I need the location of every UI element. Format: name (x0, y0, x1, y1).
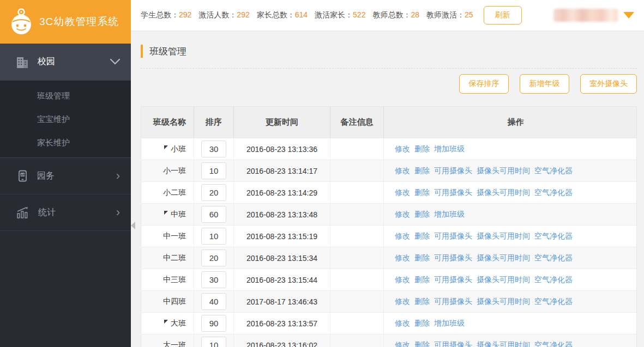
chevron-right-icon: › (116, 208, 120, 217)
class-name-text: 小班 (171, 144, 186, 154)
action-link[interactable]: 删除 (414, 275, 430, 285)
sort-order-input[interactable] (201, 228, 226, 245)
sort-order-input[interactable] (201, 249, 226, 266)
action-link[interactable]: 增加班级 (434, 319, 465, 328)
action-link[interactable]: 删除 (414, 166, 430, 176)
action-link[interactable]: 摄像头可用时间 (477, 253, 530, 263)
sort-cell (194, 204, 234, 225)
sidebar-group-statistics[interactable]: 统计 › (0, 194, 131, 231)
action-link[interactable]: 摄像头可用时间 (477, 166, 530, 176)
class-name-text: 中四班 (163, 297, 186, 307)
sidebar-collapse-icon[interactable] (131, 222, 135, 229)
topbar: 学生总数：292激活人数：292家长总数：614激活家长：522教师总数：28教… (131, 0, 644, 32)
stat-label: 学生总数： (141, 10, 179, 19)
sort-order-input[interactable] (201, 206, 226, 223)
action-link[interactable]: 空气净化器 (534, 253, 573, 263)
class-name-cell: 中四班 (141, 291, 194, 312)
action-link[interactable]: 删除 (414, 144, 430, 154)
sort-order-input[interactable] (201, 141, 226, 157)
page-action-button[interactable]: 新增年级 (520, 74, 569, 94)
action-link[interactable]: 空气净化器 (534, 232, 573, 241)
action-link[interactable]: 删除 (414, 210, 430, 220)
action-link[interactable]: 可用摄像头 (434, 188, 472, 198)
stat-label: 家长总数： (257, 10, 295, 19)
page-action-button[interactable]: 保存排序 (459, 74, 509, 94)
action-link[interactable]: 修改 (395, 319, 410, 328)
table-row: 中二班2016-08-23 13:15:34修改删除可用摄像头摄像头可用时间空气… (141, 247, 636, 269)
class-name-cell: 中三班 (141, 269, 194, 290)
sidebar-group-affairs[interactable]: APP 园务 › (0, 158, 131, 194)
action-link[interactable]: 可用摄像头 (434, 340, 472, 347)
sort-order-input[interactable] (201, 315, 226, 332)
page-action-button[interactable]: 室外摄像头 (580, 74, 637, 94)
action-link[interactable]: 修改 (395, 297, 410, 307)
sort-order-input[interactable] (201, 184, 226, 201)
refresh-button[interactable]: 刷新 (484, 6, 522, 25)
action-link[interactable]: 修改 (395, 253, 410, 263)
expand-marker-icon[interactable] (164, 145, 168, 149)
action-link[interactable]: 删除 (414, 188, 430, 198)
actions-cell: 修改删除增加班级 (384, 313, 636, 334)
action-link[interactable]: 修改 (395, 188, 410, 198)
username-redacted (553, 9, 618, 22)
action-link[interactable]: 修改 (395, 210, 410, 220)
sort-order-input[interactable] (201, 293, 226, 310)
sort-cell (194, 247, 234, 269)
actions-cell: 修改删除可用摄像头摄像头可用时间空气净化器 (384, 160, 636, 181)
action-link[interactable]: 删除 (414, 232, 430, 241)
action-link[interactable]: 删除 (414, 319, 430, 328)
expand-marker-icon[interactable] (164, 211, 168, 215)
stat-label: 激活人数： (198, 10, 237, 19)
action-link[interactable]: 可用摄像头 (434, 253, 472, 263)
action-link[interactable]: 可用摄像头 (434, 232, 472, 241)
action-link[interactable]: 删除 (414, 340, 430, 347)
action-link[interactable]: 空气净化器 (534, 297, 573, 307)
action-link[interactable]: 可用摄像头 (434, 297, 472, 307)
stat-value: 522 (353, 10, 365, 19)
stat-label: 教师总数： (372, 10, 411, 19)
action-link[interactable]: 修改 (395, 275, 410, 285)
app-title: 3C幼教管理系统 (39, 15, 119, 29)
action-link[interactable]: 摄像头可用时间 (477, 188, 530, 198)
action-link[interactable]: 摄像头可用时间 (477, 232, 530, 241)
table-row: 中一班2016-08-23 13:15:19修改删除可用摄像头摄像头可用时间空气… (141, 225, 636, 247)
column-header: 备注信息 (330, 107, 384, 138)
update-time-cell: 2016-08-23 13:16:02 (234, 334, 330, 347)
action-link[interactable]: 修改 (395, 166, 410, 176)
sidebar-subitem[interactable]: 家长维护 (0, 131, 131, 154)
action-link[interactable]: 删除 (414, 253, 430, 263)
action-link[interactable]: 增加班级 (434, 210, 465, 220)
action-link[interactable]: 空气净化器 (534, 188, 573, 198)
sidebar-subitem[interactable]: 宝宝维护 (0, 107, 131, 131)
action-link[interactable]: 删除 (414, 297, 430, 307)
sidebar-group-campus[interactable]: 校园 (0, 44, 131, 80)
action-link[interactable]: 空气净化器 (534, 340, 573, 347)
sort-order-input[interactable] (201, 337, 226, 347)
action-link[interactable]: 摄像头可用时间 (477, 275, 530, 285)
sidebar-subitem[interactable]: 班级管理 (0, 84, 131, 107)
action-link[interactable]: 空气净化器 (534, 275, 573, 285)
stat-item: 激活人数：292 (198, 10, 249, 20)
stat-label: 激活家长： (315, 10, 353, 19)
action-link[interactable]: 可用摄像头 (434, 166, 472, 176)
action-link[interactable]: 空气净化器 (534, 166, 573, 176)
action-link[interactable]: 可用摄像头 (434, 275, 472, 285)
table-row: 中班2016-08-23 13:13:48修改删除增加班级 (141, 203, 636, 225)
action-link[interactable]: 增加班级 (434, 144, 465, 154)
update-time-cell: 2017-08-17 13:46:43 (234, 291, 330, 312)
class-name-text: 小一班 (163, 166, 186, 176)
expand-marker-icon[interactable] (164, 320, 168, 324)
note-cell (330, 313, 384, 334)
action-link[interactable]: 摄像头可用时间 (477, 297, 530, 307)
user-dropdown-caret-icon[interactable] (623, 12, 634, 19)
sort-order-input[interactable] (201, 162, 226, 179)
class-name-text: 大一班 (163, 340, 186, 347)
stat-value: 28 (411, 10, 419, 19)
action-link[interactable]: 摄像头可用时间 (477, 340, 530, 347)
action-link[interactable]: 修改 (395, 144, 410, 154)
actions-cell: 修改删除可用摄像头摄像头可用时间空气净化器 (384, 247, 636, 269)
sort-order-input[interactable] (201, 271, 226, 288)
user-menu[interactable] (553, 9, 634, 22)
action-link[interactable]: 修改 (395, 340, 410, 347)
action-link[interactable]: 修改 (395, 232, 410, 241)
